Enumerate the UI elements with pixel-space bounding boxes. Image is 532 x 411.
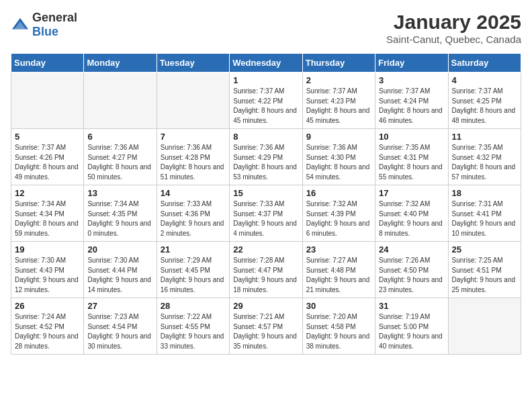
calendar-cell: 14Sunrise: 7:33 AM Sunset: 4:36 PM Dayli…	[157, 185, 229, 242]
day-header-sunday: Sunday	[11, 54, 84, 73]
cell-info: Sunrise: 7:36 AM Sunset: 4:27 PM Dayligh…	[87, 143, 152, 182]
logo-general: General	[32, 11, 77, 24]
day-number: 30	[306, 301, 371, 311]
cell-info: Sunrise: 7:37 AM Sunset: 4:25 PM Dayligh…	[452, 87, 517, 126]
cell-info: Sunrise: 7:32 AM Sunset: 4:39 PM Dayligh…	[306, 199, 371, 238]
calendar-cell: 22Sunrise: 7:28 AM Sunset: 4:47 PM Dayli…	[230, 242, 302, 298]
day-number: 4	[452, 75, 517, 85]
day-number: 29	[233, 301, 298, 311]
cell-info: Sunrise: 7:32 AM Sunset: 4:40 PM Dayligh…	[379, 199, 444, 238]
cell-info: Sunrise: 7:29 AM Sunset: 4:45 PM Dayligh…	[161, 256, 226, 295]
day-number: 24	[379, 244, 444, 255]
cell-info: Sunrise: 7:30 AM Sunset: 4:43 PM Dayligh…	[15, 256, 80, 295]
cell-info: Sunrise: 7:20 AM Sunset: 4:58 PM Dayligh…	[306, 312, 371, 351]
day-number: 10	[379, 132, 444, 142]
calendar-cell: 19Sunrise: 7:30 AM Sunset: 4:43 PM Dayli…	[11, 242, 84, 298]
week-row-3: 12Sunrise: 7:34 AM Sunset: 4:34 PM Dayli…	[11, 185, 521, 242]
calendar-header-row: SundayMondayTuesdayWednesdayThursdayFrid…	[11, 54, 521, 73]
calendar-cell: 17Sunrise: 7:32 AM Sunset: 4:40 PM Dayli…	[375, 185, 448, 242]
logo-text: General Blue	[32, 11, 77, 39]
calendar-cell: 13Sunrise: 7:34 AM Sunset: 4:35 PM Dayli…	[84, 185, 157, 242]
day-number: 3	[379, 75, 444, 85]
calendar-cell: 28Sunrise: 7:22 AM Sunset: 4:55 PM Dayli…	[157, 298, 229, 355]
calendar-cell: 4Sunrise: 7:37 AM Sunset: 4:25 PM Daylig…	[448, 73, 521, 129]
calendar-cell: 24Sunrise: 7:26 AM Sunset: 4:50 PM Dayli…	[375, 242, 448, 298]
calendar-cell	[84, 73, 157, 129]
day-number: 2	[306, 75, 371, 85]
day-number: 8	[233, 132, 298, 142]
cell-info: Sunrise: 7:22 AM Sunset: 4:55 PM Dayligh…	[161, 312, 226, 351]
calendar-table: SundayMondayTuesdayWednesdayThursdayFrid…	[11, 53, 521, 355]
day-number: 23	[306, 244, 371, 255]
cell-info: Sunrise: 7:19 AM Sunset: 5:00 PM Dayligh…	[379, 312, 444, 351]
cell-info: Sunrise: 7:26 AM Sunset: 4:50 PM Dayligh…	[379, 256, 444, 295]
calendar-cell: 30Sunrise: 7:20 AM Sunset: 4:58 PM Dayli…	[302, 298, 375, 355]
cell-info: Sunrise: 7:36 AM Sunset: 4:29 PM Dayligh…	[233, 143, 298, 182]
day-number: 28	[161, 301, 226, 311]
calendar-cell: 15Sunrise: 7:33 AM Sunset: 4:37 PM Dayli…	[230, 185, 302, 242]
week-row-2: 5Sunrise: 7:37 AM Sunset: 4:26 PM Daylig…	[11, 129, 521, 185]
logo-icon	[11, 15, 30, 34]
day-number: 17	[379, 188, 444, 198]
calendar-cell: 11Sunrise: 7:35 AM Sunset: 4:32 PM Dayli…	[448, 129, 521, 185]
calendar-cell: 21Sunrise: 7:29 AM Sunset: 4:45 PM Dayli…	[157, 242, 229, 298]
logo: General Blue	[11, 11, 77, 39]
page-header: General Blue January 2025 Saint-Canut, Q…	[11, 11, 521, 45]
day-header-wednesday: Wednesday	[230, 54, 302, 73]
cell-info: Sunrise: 7:34 AM Sunset: 4:35 PM Dayligh…	[87, 199, 152, 238]
cell-info: Sunrise: 7:31 AM Sunset: 4:41 PM Dayligh…	[452, 199, 517, 238]
cell-info: Sunrise: 7:21 AM Sunset: 4:57 PM Dayligh…	[233, 312, 298, 351]
calendar-cell: 16Sunrise: 7:32 AM Sunset: 4:39 PM Dayli…	[302, 185, 375, 242]
day-number: 13	[87, 188, 152, 198]
calendar-cell	[11, 73, 84, 129]
calendar-cell: 10Sunrise: 7:35 AM Sunset: 4:31 PM Dayli…	[375, 129, 448, 185]
month-title: January 2025	[386, 11, 521, 34]
calendar-cell	[448, 298, 521, 355]
day-number: 7	[161, 132, 226, 142]
day-number: 12	[15, 188, 80, 198]
calendar-cell: 20Sunrise: 7:30 AM Sunset: 4:44 PM Dayli…	[84, 242, 157, 298]
cell-info: Sunrise: 7:37 AM Sunset: 4:24 PM Dayligh…	[379, 87, 444, 126]
day-number: 6	[87, 132, 152, 142]
day-number: 18	[452, 188, 517, 198]
calendar-cell: 29Sunrise: 7:21 AM Sunset: 4:57 PM Dayli…	[230, 298, 302, 355]
day-number: 11	[452, 132, 517, 142]
day-header-thursday: Thursday	[302, 54, 375, 73]
day-number: 15	[233, 188, 298, 198]
calendar-cell: 26Sunrise: 7:24 AM Sunset: 4:52 PM Dayli…	[11, 298, 84, 355]
calendar-cell: 23Sunrise: 7:27 AM Sunset: 4:48 PM Dayli…	[302, 242, 375, 298]
calendar-cell: 6Sunrise: 7:36 AM Sunset: 4:27 PM Daylig…	[84, 129, 157, 185]
day-header-saturday: Saturday	[448, 54, 521, 73]
day-number: 19	[15, 244, 80, 255]
calendar-cell: 25Sunrise: 7:25 AM Sunset: 4:51 PM Dayli…	[448, 242, 521, 298]
week-row-4: 19Sunrise: 7:30 AM Sunset: 4:43 PM Dayli…	[11, 242, 521, 298]
cell-info: Sunrise: 7:35 AM Sunset: 4:32 PM Dayligh…	[452, 143, 517, 182]
calendar-cell: 3Sunrise: 7:37 AM Sunset: 4:24 PM Daylig…	[375, 73, 448, 129]
calendar-cell: 2Sunrise: 7:37 AM Sunset: 4:23 PM Daylig…	[302, 73, 375, 129]
day-number: 22	[233, 244, 298, 255]
day-number: 21	[161, 244, 226, 255]
calendar-cell: 31Sunrise: 7:19 AM Sunset: 5:00 PM Dayli…	[375, 298, 448, 355]
day-number: 16	[306, 188, 371, 198]
cell-info: Sunrise: 7:23 AM Sunset: 4:54 PM Dayligh…	[87, 312, 152, 351]
day-header-tuesday: Tuesday	[157, 54, 229, 73]
day-header-monday: Monday	[84, 54, 157, 73]
day-number: 14	[161, 188, 226, 198]
cell-info: Sunrise: 7:37 AM Sunset: 4:26 PM Dayligh…	[15, 143, 80, 182]
cell-info: Sunrise: 7:27 AM Sunset: 4:48 PM Dayligh…	[306, 256, 371, 295]
calendar-cell: 12Sunrise: 7:34 AM Sunset: 4:34 PM Dayli…	[11, 185, 84, 242]
cell-info: Sunrise: 7:24 AM Sunset: 4:52 PM Dayligh…	[15, 312, 80, 351]
week-row-5: 26Sunrise: 7:24 AM Sunset: 4:52 PM Dayli…	[11, 298, 521, 355]
day-number: 26	[15, 301, 80, 311]
calendar-cell: 7Sunrise: 7:36 AM Sunset: 4:28 PM Daylig…	[157, 129, 229, 185]
week-row-1: 1Sunrise: 7:37 AM Sunset: 4:22 PM Daylig…	[11, 73, 521, 129]
day-number: 1	[233, 75, 298, 85]
day-number: 9	[306, 132, 371, 142]
cell-info: Sunrise: 7:37 AM Sunset: 4:23 PM Dayligh…	[306, 87, 371, 126]
cell-info: Sunrise: 7:33 AM Sunset: 4:37 PM Dayligh…	[233, 199, 298, 238]
calendar-cell: 8Sunrise: 7:36 AM Sunset: 4:29 PM Daylig…	[230, 129, 302, 185]
day-number: 31	[379, 301, 444, 311]
calendar-cell: 27Sunrise: 7:23 AM Sunset: 4:54 PM Dayli…	[84, 298, 157, 355]
cell-info: Sunrise: 7:36 AM Sunset: 4:30 PM Dayligh…	[306, 143, 371, 182]
cell-info: Sunrise: 7:33 AM Sunset: 4:36 PM Dayligh…	[161, 199, 226, 238]
